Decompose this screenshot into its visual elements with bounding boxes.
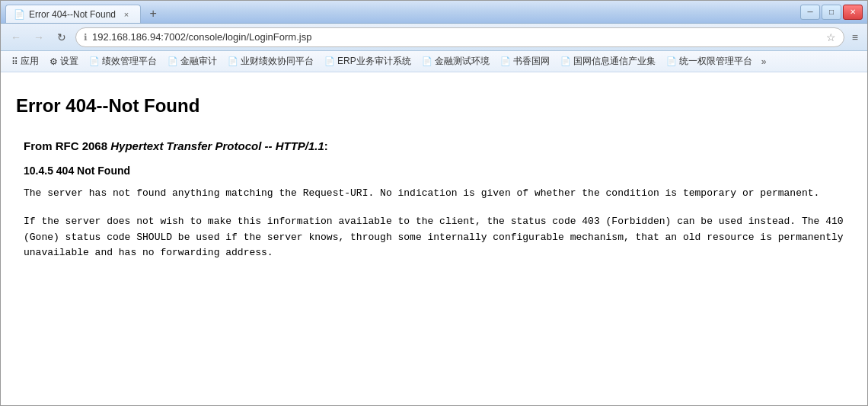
section-title: 10.4.5 404 Not Found (24, 165, 844, 177)
close-button[interactable]: ✕ (843, 5, 863, 20)
tab-close-button[interactable]: × (120, 8, 132, 21)
apps-grid-icon: ⠿ (11, 56, 18, 67)
bookmark-label-4: ERP业务审计系统 (337, 55, 411, 68)
settings-button[interactable]: ⚙ 设置 (45, 53, 83, 69)
tab-area: 📄 Error 404--Not Found × + (5, 1, 800, 23)
tab-page-icon: 📄 (14, 9, 24, 20)
title-bar: 📄 Error 404--Not Found × + ─ □ ✕ (1, 1, 867, 24)
page-content: Error 404--Not Found From RFC 2068 Hyper… (1, 72, 867, 405)
bookmark-item-7[interactable]: 📄 国网信息通信产业集 (556, 53, 660, 69)
rfc-section: From RFC 2068 Hypertext Transfer Protoco… (16, 139, 852, 261)
active-tab[interactable]: 📄 Error 404--Not Found × (5, 5, 141, 23)
minimize-button[interactable]: ─ (800, 5, 820, 20)
apps-button[interactable]: ⠿ 应用 (7, 53, 43, 69)
back-button[interactable]: ← (7, 28, 25, 46)
security-icon: ℹ (84, 32, 88, 43)
paragraph-2: If the server does not wish to make this… (24, 214, 844, 261)
settings-label: 设置 (60, 55, 78, 68)
navigation-bar: ← → ↻ ℹ ☆ ≡ (1, 24, 867, 51)
bookmark-item-4[interactable]: 📄 ERP业务审计系统 (320, 53, 416, 69)
rfc-header-colon: : (324, 139, 328, 152)
bookmark-page-icon-7: 📄 (560, 56, 571, 66)
maximize-button[interactable]: □ (822, 5, 841, 20)
bookmark-page-icon-8: 📄 (666, 56, 677, 66)
error-title: Error 404--Not Found (16, 95, 852, 117)
bookmark-page-icon-2: 📄 (168, 56, 178, 66)
rfc-header: From RFC 2068 Hypertext Transfer Protoco… (24, 139, 844, 152)
bookmark-item-6[interactable]: 📄 书香国网 (496, 53, 554, 69)
bookmark-label-1: 绩效管理平台 (102, 55, 157, 68)
rfc-header-plain: From RFC 2068 (24, 139, 110, 152)
bookmark-label-3: 业财绩效协同平台 (241, 55, 314, 68)
bookmark-label-7: 国网信息通信产业集 (573, 55, 656, 68)
tab-title: Error 404--Not Found (29, 9, 116, 20)
address-bar-wrapper: ℹ ☆ (75, 27, 844, 47)
bookmark-label-2: 金融审计 (180, 55, 217, 68)
settings-gear-icon: ⚙ (49, 56, 58, 67)
refresh-button[interactable]: ↻ (53, 28, 71, 46)
bookmark-star-icon[interactable]: ☆ (826, 31, 836, 43)
window-controls: ─ □ ✕ (800, 5, 863, 20)
browser-window: 📄 Error 404--Not Found × + ─ □ ✕ ← → ↻ ℹ… (0, 0, 868, 406)
bookmark-label-8: 统一权限管理平台 (679, 55, 752, 68)
rfc-header-italic: Hypertext Transfer Protocol -- HTTP/1.1 (110, 139, 324, 152)
more-bookmarks-button[interactable]: » (758, 55, 770, 69)
bookmarks-bar: ⠿ 应用 ⚙ 设置 📄 绩效管理平台 📄 金融审计 📄 业财绩效协同平台 📄 E… (1, 51, 867, 72)
bookmark-item-1[interactable]: 📄 绩效管理平台 (85, 53, 161, 69)
forward-button[interactable]: → (30, 28, 48, 46)
bookmark-page-icon-1: 📄 (89, 56, 100, 66)
bookmark-page-icon-4: 📄 (324, 56, 335, 66)
bookmark-item-3[interactable]: 📄 业财绩效协同平台 (223, 53, 318, 69)
paragraph-1: The server has not found anything matchi… (24, 186, 844, 202)
new-tab-button[interactable]: + (144, 5, 162, 23)
bookmark-page-icon-6: 📄 (500, 56, 511, 66)
address-input[interactable] (92, 31, 822, 43)
bookmark-item-8[interactable]: 📄 统一权限管理平台 (662, 53, 757, 69)
bookmark-page-icon-3: 📄 (228, 56, 238, 66)
bookmark-item-5[interactable]: 📄 金融测试环境 (417, 53, 494, 69)
browser-menu-button[interactable]: ≡ (849, 31, 861, 43)
bookmark-label-6: 书香国网 (513, 55, 550, 68)
apps-label: 应用 (21, 55, 39, 68)
bookmark-label-5: 金融测试环境 (435, 55, 490, 68)
bookmark-page-icon-5: 📄 (422, 56, 432, 66)
bookmark-item-2[interactable]: 📄 金融审计 (163, 53, 222, 69)
